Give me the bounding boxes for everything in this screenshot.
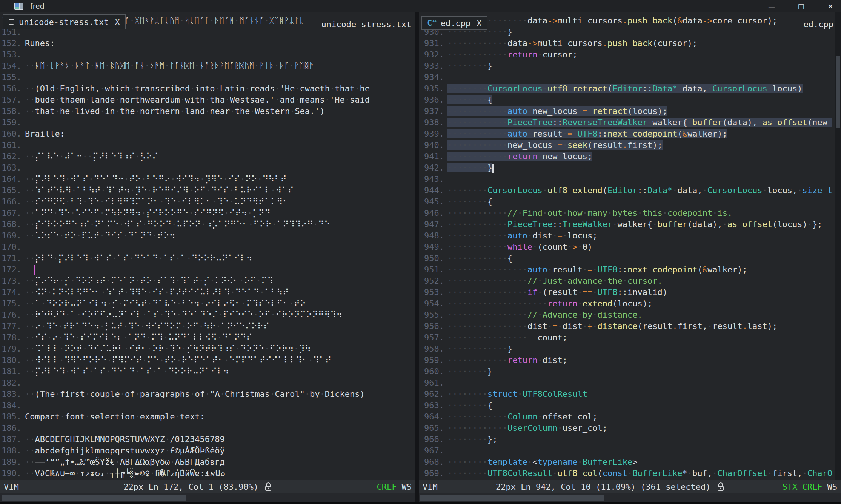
code-line[interactable]: 942.········} [419,162,835,174]
code-line[interactable]: 941.············return·new_locus; [419,151,835,162]
code-line[interactable]: 185.Compact·font·selection·example·text: [0,411,415,423]
code-line[interactable]: 188.··abcdefghijklmnopqrstuvwxyz·£©µÀÆÖÞ… [0,445,415,456]
code-line[interactable]: 969.········UTF8ColResult·utf8_col(const… [419,468,835,479]
code-line[interactable]: 172. [0,264,415,275]
code-line[interactable]: 938.············PieceTree::ReverseTreeWa… [419,117,835,128]
code-line[interactable]: 966.········}; [419,434,835,445]
code-line[interactable]: 946.············//·Find·out·how·many·byt… [419,207,835,219]
right-horizontal-scrollbar[interactable] [419,493,841,502]
tab-unicode-stress[interactable]: unicode-stress.txt X [3,14,126,29]
code-line[interactable]: 964.············Column·offset_col; [419,411,835,423]
code-line[interactable]: 166.··⠎⠊⠛⠝⠫·⠃⠹·⠹⠑·⠊⠇⠻⠛⠹⠍⠁⠝⠂·⠹⠑·⠊⠇⠻⠅⠂·⠹⠑·… [0,196,415,207]
code-line[interactable]: 176.··⠗⠑⠛⠜⠙·⠁·⠊⠕⠋⠋⠔⠤⠝⠁⠊⠇·⠁⠎·⠹⠑·⠙⠑⠁⠙⠑⠌·⠏⠊… [0,309,415,321]
code-line[interactable]: 968.········template·<typename·BufferLik… [419,456,835,468]
code-line[interactable]: 156.··(Old·English,·which·transcribed·in… [0,83,415,94]
tab-close-icon[interactable]: X [115,17,120,27]
code-line[interactable]: 186. [0,423,415,434]
code-line[interactable]: 936.········{ [419,94,835,106]
code-line[interactable]: 182. [0,377,415,389]
code-line[interactable]: 171.··⡕⠇⠙·⡍⠜⠇⠑⠹·⠺⠁⠎·⠁⠎·⠙⠑⠁⠙·⠁⠎·⠁·⠙⠕⠕⠗⠤⠝⠁… [0,253,415,264]
code-line[interactable]: 170. [0,241,415,253]
code-line[interactable]: 935.········CursorLocus·utf8_retract(Edi… [419,83,835,94]
line-number: 177. [0,321,22,332]
code-line[interactable]: 932.············return·cursor; [419,49,835,60]
code-line[interactable]: 967. [419,445,835,456]
code-line[interactable]: 947.············PieceTree::TreeWalker·wa… [419,219,835,230]
code-line[interactable]: 960.········} [419,366,835,377]
right-editor[interactable]: 929.················data->multi_cursors.… [419,12,835,480]
code-line[interactable]: 178.··⠊⠎·⠔·⠹⠑·⠎⠊⠍⠊⠇⠑⠆·⠁⠝⠙·⠍⠹·⠥⠝⠙⠁⠇⠇⠪⠫·⠙⠁… [0,332,415,343]
code-line[interactable]: 167.··⠁⠝⠙·⠹⠑·⠡⠊⠑⠋·⠍⠳⠗⠝⠻⠲·⡎⠊⠗⠕⠕⠛⠑·⠎⠊⠛⠝⠫·⠊… [0,207,415,219]
code-line[interactable]: 177.··⠔·⠹⠑·⠞⠗⠁⠙⠑⠲·⡃⠥⠞·⠹⠑·⠺⠊⠎⠙⠕⠍·⠕⠋·⠳⠗·⠁⠝… [0,321,415,332]
code-line[interactable]: 160.Braille: [0,128,415,140]
code-line[interactable]: 175.··⠁·⠙⠕⠕⠗⠤⠝⠁⠊⠇⠲·⡊·⠍⠊⠣⠞·⠙⠁⠧⠑·⠃⠑⠲·⠔⠊⠇⠔⠫… [0,298,415,309]
code-line[interactable]: 931.············data->multi_cursors.push… [419,38,835,49]
code-line[interactable]: 939.············auto·result·=·UTF8::next… [419,128,835,140]
code-line[interactable]: 179.··⠩⠁⠇⠇·⠝⠕⠞·⠙⠊⠌⠥⠗⠃·⠊⠞⠂·⠕⠗·⠹⠑·⡊⠳⠝⠞⠗⠹⠰⠎… [0,343,415,355]
tab-ed-cpp[interactable]: C++ ed.cpp X [421,16,487,30]
code-line[interactable]: 162.··⡌⠁⠧⠑·⠼⠁⠒··⡍⠜⠇⠑⠹⠰⠎·⡣⠕⠌ [0,151,415,162]
line-number: 180. [0,355,22,366]
code-line[interactable]: 184. [0,400,415,411]
code-line[interactable]: 944.········CursorLocus·utf8_extend(Edit… [419,185,835,196]
code-line[interactable]: 950.············{ [419,253,835,264]
code-line[interactable]: 157.··bude·thaem·lande·northweardum·with… [0,94,415,106]
code-line[interactable]: 940.············new_locus·=·seek(result.… [419,140,835,151]
code-line[interactable]: 169.··⠡⠕⠎⠑·⠞⠕·⠏⠥⠞·⠙⠊⠎·⠙⠁⠝⠙·⠞⠕⠲ [0,230,415,241]
code-line[interactable]: 952.················//·Just·advance·the·… [419,275,835,287]
code-line[interactable]: 152.Runes: [0,38,415,49]
code-line[interactable]: 174.··⠪⠝·⠅⠝⠪⠇⠫⠛⠑⠂·⠱⠁⠞·⠹⠻⠑·⠊⠎·⠏⠜⠞⠊⠊⠥⠇⠜⠇⠹·… [0,287,415,298]
left-horizontal-scrollbar[interactable] [0,493,415,502]
code-line[interactable]: 956.················dist·=·dist·+·distan… [419,321,835,332]
code-line[interactable]: 180.··⠺⠊⠇⠇·⠹⠻⠑⠋⠕⠗⠑·⠏⠻⠍⠊⠞·⠍⠑·⠞⠕·⠗⠑⠏⠑⠁⠞⠂·⠑… [0,355,415,366]
scrollbar-thumb[interactable] [2,495,186,501]
tab-close-icon[interactable]: X [477,18,481,28]
line-number: 957. [419,332,444,343]
code-line[interactable]: 164.··⡍⠜⠇⠑⠹·⠺⠁⠎·⠙⠑⠁⠙⠒·⠞⠕·⠃⠑⠛⠔·⠺⠊⠹⠲·⡹⠻⠑·⠊… [0,174,415,185]
scrollbar-thumb[interactable] [420,495,604,501]
code-line[interactable]: 953.················if·(result·==·UTF8::… [419,287,835,298]
code-line[interactable]: 963.········{ [419,400,835,411]
window-title: fred [30,2,45,10]
code-line[interactable]: 965.············UserColumn·user_col; [419,423,835,434]
code-line[interactable]: 954.····················return·extend(lo… [419,298,835,309]
code-line[interactable]: 958.············} [419,343,835,355]
code-line[interactable]: 181.··⡍⠜⠇⠑⠹·⠺⠁⠎·⠁⠎·⠙⠑⠁⠙·⠁⠎·⠁·⠙⠕⠕⠗⠤⠝⠁⠊⠇⠲ [0,366,415,377]
code-line[interactable]: 159. [0,117,415,128]
code-line[interactable]: 189.··–—‘“”„†•…‰™œŠŸž€·ΑΒΓΔΩαβγδω·АБВГДа… [0,456,415,468]
code-line[interactable]: 934. [419,72,835,83]
code-line[interactable]: 948.············auto·dist·=·locus; [419,230,835,241]
line-text: ········} [447,60,832,72]
maximize-button[interactable]: □ [796,2,806,10]
code-line[interactable]: 168.··⡎⠊⠗⠕⠕⠛⠑⠰⠎·⠝⠁⠍⠑·⠺⠁⠎·⠛⠕⠕⠙·⠥⠏⠕⠝·⠰⡡⠁⠝⠛… [0,219,415,230]
right-vertical-scrollbar[interactable] [835,12,841,480]
code-line[interactable]: 933.········} [419,60,835,72]
minimize-button[interactable]: — [766,2,777,10]
code-line[interactable]: 962.········struct·UTF8ColResult [419,389,835,400]
code-line[interactable]: 959.············return·dist; [419,355,835,366]
code-line[interactable]: 165.··⠱⠁⠞⠑⠧⠻·⠁⠃⠳⠞·⠹⠁⠞⠲·⡹⠑·⠗⠑⠛⠊⠌⠻·⠕⠋·⠙⠊⠎·… [0,185,415,196]
code-line[interactable]: 161. [0,140,415,151]
code-line[interactable]: 961. [419,377,835,389]
code-line[interactable]: 945.········{ [419,196,835,207]
code-line[interactable]: 955.················//·Advance·by·distan… [419,309,835,321]
left-editor[interactable]: 150.··ᚠᛇᚻ·ᛒᛦᚦ·ᚠᚱᚩᚠᚢᚱ·ᚠᛁᚱᚪ·ᚷᛖᚻᚹᛦᛚᚳᚢᛗ·ᛋᚳᛖᚪ… [0,12,415,480]
code-line[interactable]: 951.················auto·result·=·UTF8::… [419,264,835,275]
code-line[interactable]: 183.··(The·first·couple·of·paragraphs·of… [0,389,415,400]
code-line[interactable]: 173.··⡍⠔⠙⠖·⡊·⠙⠕⠝⠰⠞·⠍⠑⠁⠝·⠞⠕·⠎⠁⠹·⠹⠁⠞·⡊·⠅⠝⠪… [0,275,415,287]
scrollbar-thumb[interactable] [836,56,840,128]
line-text: ··⠩⠁⠇⠇·⠝⠕⠞·⠙⠊⠌⠥⠗⠃·⠊⠞⠂·⠕⠗·⠹⠑·⡊⠳⠝⠞⠗⠹⠰⠎·⠙⠕⠝… [25,343,411,355]
code-line[interactable]: 957.················--count; [419,332,835,343]
code-line[interactable]: 187.··ABCDEFGHIJKLMNOPQRSTUVWXYZ·/012345… [0,434,415,445]
code-line[interactable]: 190.··∀∂∈ℝ∧∪≡∞·↑↗↨↻⇣·┐┼╔╘░►☺♀·ﬁ�⑀₂ἠḂӥẄɐː… [0,468,415,479]
code-line[interactable]: 163. [0,162,415,174]
code-line[interactable]: 154.··ᚻᛖ·ᚳᚹᚫᚦ·ᚦᚫᛏ·ᚻᛖ·ᛒᚢᛞᛖ·ᚩᚾ·ᚦᚫᛗ·ᛚᚪᚾᛞᛖ·ᚾ… [0,60,415,72]
code-line[interactable]: 949.············while·(count·>·0) [419,241,835,253]
code-line[interactable]: 943. [419,174,835,185]
code-line[interactable]: 153. [0,49,415,60]
code-line[interactable]: 937.············auto·new_locus·=·retract… [419,106,835,117]
code-line[interactable]: 155. [0,72,415,83]
code-line[interactable]: 158.··that·he·lived·in·the·northern·land… [0,106,415,117]
pane-divider[interactable] [415,12,419,504]
close-button[interactable]: ✕ [825,2,836,10]
